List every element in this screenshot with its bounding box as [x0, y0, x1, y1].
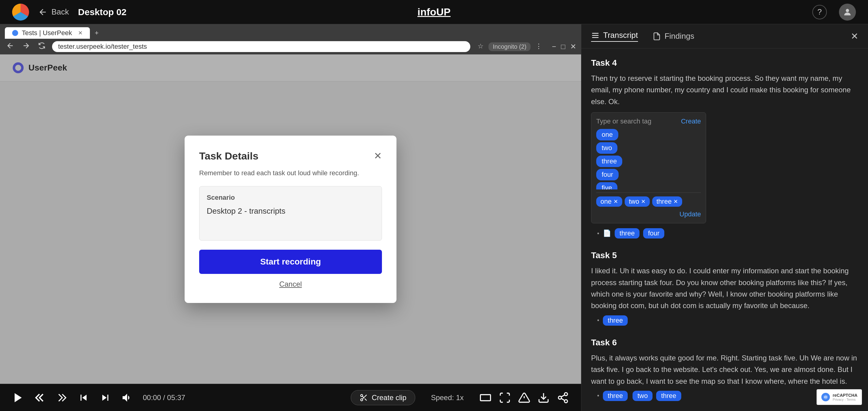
- transcript-icon: [591, 31, 599, 40]
- task-5-text: I liked it. Uh it was easy to do. I coul…: [591, 265, 858, 312]
- nav-back-button[interactable]: [5, 40, 16, 53]
- modal-title: Task Details: [199, 150, 258, 162]
- start-recording-button[interactable]: Start recording: [199, 250, 382, 274]
- tag-update-button[interactable]: Update: [679, 210, 701, 218]
- download-button[interactable]: [537, 392, 550, 404]
- new-tab-button[interactable]: +: [91, 27, 102, 39]
- findings-dot-4: •: [597, 230, 599, 237]
- svg-point-5: [361, 399, 363, 401]
- tag-option-one[interactable]: one: [596, 129, 618, 140]
- recaptcha-terms: Privacy - Terms: [833, 398, 858, 401]
- svg-marker-3: [14, 393, 22, 402]
- forward-button[interactable]: [56, 392, 68, 404]
- right-panel: Transcript Findings ✕ Task 4 Then try to…: [581, 24, 868, 411]
- tag-option-four[interactable]: four: [596, 169, 619, 180]
- tab-findings[interactable]: Findings: [652, 31, 694, 42]
- tag-search-row: Type or search tag Create: [596, 118, 701, 125]
- doc-icon-4[interactable]: 📄: [603, 229, 611, 237]
- svg-line-16: [561, 398, 564, 401]
- tab-close-button[interactable]: ✕: [78, 30, 83, 36]
- tab-favicon: [12, 30, 18, 36]
- scenario-label: Scenario: [207, 194, 374, 201]
- app-logo: [12, 4, 29, 21]
- minimize-button[interactable]: −: [552, 42, 556, 51]
- tag-remove-three[interactable]: ✕: [673, 198, 678, 205]
- task-4-text: Then try to reserve it starting the book…: [591, 73, 858, 107]
- tag-option-three[interactable]: three: [596, 156, 622, 167]
- play-button[interactable]: [12, 392, 24, 404]
- fullscreen-icon: [499, 392, 511, 404]
- task-4-findings-row: • 📄 three four: [591, 228, 858, 239]
- volume-button[interactable]: [121, 392, 133, 404]
- modal-subtitle: Remember to read each task out loud whil…: [199, 169, 382, 177]
- svg-point-14: [558, 396, 561, 399]
- browser-content: UserPeek Task Details ✕ Remember to read…: [0, 55, 581, 384]
- back-label: Back: [52, 7, 69, 17]
- bookmark-icon[interactable]: ☆: [477, 42, 484, 51]
- tag-remove-one[interactable]: ✕: [614, 198, 618, 205]
- brand-center: infoUP: [417, 6, 451, 18]
- scenario-text: Desktop 2 - transcripts: [207, 207, 374, 216]
- panel-close-button[interactable]: ✕: [851, 31, 858, 41]
- cancel-link[interactable]: Cancel: [199, 280, 382, 288]
- tag-three-6[interactable]: three: [656, 391, 681, 401]
- tag-two-6[interactable]: two: [632, 391, 652, 401]
- menu-icon[interactable]: ⋮: [535, 42, 542, 51]
- theater-icon: [479, 392, 492, 404]
- nav-refresh-button[interactable]: [36, 40, 47, 53]
- panel-tabs: Transcript Findings: [591, 31, 694, 42]
- avatar[interactable]: [839, 4, 856, 21]
- tab-label: Tests | UserPeek: [22, 29, 72, 37]
- findings-dot-6: •: [597, 392, 599, 399]
- fullscreen-button[interactable]: [499, 392, 511, 404]
- findings-tab-label: Findings: [664, 31, 694, 41]
- create-clip-button[interactable]: Create clip: [351, 390, 415, 405]
- url-text: tester.userpeek.io/tester_tests: [58, 43, 147, 51]
- help-button[interactable]: ?: [812, 5, 827, 19]
- maximize-button[interactable]: □: [561, 42, 566, 51]
- tag-three-6-inline[interactable]: three: [603, 391, 628, 401]
- desktop-title: Desktop 02: [78, 7, 126, 17]
- close-browser-button[interactable]: ✕: [570, 42, 576, 51]
- user-icon: [843, 7, 852, 17]
- rewind-icon: [34, 392, 46, 404]
- tag-four-4[interactable]: four: [643, 228, 664, 239]
- tag-option-two[interactable]: two: [596, 142, 617, 154]
- tag-three-4[interactable]: three: [615, 228, 640, 239]
- task-5-section: Task 5 I liked it. Uh it was easy to do.…: [591, 251, 858, 326]
- tag-three-5[interactable]: three: [603, 315, 628, 326]
- svg-line-17: [561, 394, 564, 397]
- back-button[interactable]: Back: [38, 7, 69, 17]
- tag-search-placeholder: Type or search tag: [596, 118, 651, 125]
- incognito-label: Incognito (2): [493, 43, 526, 50]
- transcript-tab-label: Transcript: [603, 31, 638, 40]
- share-button[interactable]: [557, 392, 569, 404]
- svg-point-0: [846, 9, 849, 12]
- back-arrow-icon: [38, 7, 48, 17]
- task-6-title: Task 6: [591, 338, 858, 347]
- task-4-title: Task 4: [591, 58, 858, 68]
- tag-option-five[interactable]: five: [596, 182, 617, 189]
- nav-forward-button[interactable]: [21, 40, 31, 53]
- tag-create-link[interactable]: Create: [681, 118, 701, 125]
- incognito-badge: Incognito (2): [489, 42, 531, 51]
- skip-forward-button[interactable]: [99, 392, 112, 404]
- svg-point-13: [564, 392, 567, 396]
- skip-back-button[interactable]: [78, 392, 90, 404]
- findings-icon: [652, 32, 661, 40]
- browser-tab-active[interactable]: Tests | UserPeek ✕: [5, 27, 90, 39]
- tag-dropdown: Type or search tag Create one two three …: [591, 112, 706, 223]
- rewind-button[interactable]: [34, 392, 46, 404]
- tab-transcript[interactable]: Transcript: [591, 31, 638, 42]
- tag-remove-two[interactable]: ✕: [641, 198, 646, 205]
- skip-forward-icon: [99, 392, 112, 404]
- task-5-title: Task 5: [591, 251, 858, 260]
- transcript-content: Task 4 Then try to reserve it starting t…: [581, 49, 868, 411]
- url-bar[interactable]: tester.userpeek.io/tester_tests: [52, 41, 470, 52]
- theater-mode-button[interactable]: [479, 392, 492, 404]
- scenario-box: Scenario Desktop 2 - transcripts: [199, 186, 382, 241]
- modal-close-button[interactable]: ✕: [374, 150, 382, 162]
- playback-controls: [479, 392, 569, 404]
- svg-point-15: [564, 400, 567, 403]
- alert-button[interactable]: [518, 392, 530, 404]
